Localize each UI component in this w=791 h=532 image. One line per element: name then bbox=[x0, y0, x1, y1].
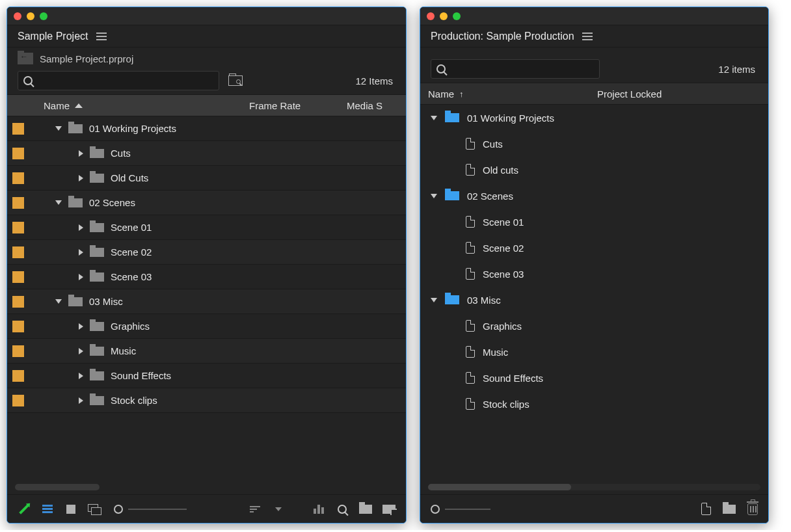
label-swatch[interactable] bbox=[7, 222, 29, 233]
zoom-slider[interactable] bbox=[114, 505, 187, 514]
chevron-down-icon[interactable] bbox=[431, 194, 437, 198]
find-in-bin-button[interactable] bbox=[228, 75, 243, 86]
list-row[interactable]: 03 Misc bbox=[7, 289, 406, 314]
production-item-list[interactable]: 01 Working ProjectsCutsOld cuts02 Scenes… bbox=[420, 105, 768, 494]
list-row[interactable]: Scene 01 bbox=[420, 209, 768, 235]
column-name[interactable]: Name ↑ bbox=[428, 88, 597, 100]
list-row[interactable]: Music bbox=[420, 339, 768, 365]
search-input-wrapper[interactable] bbox=[18, 71, 219, 90]
list-row[interactable]: Scene 02 bbox=[420, 235, 768, 261]
icon-view-button[interactable] bbox=[64, 504, 77, 514]
row-label: Scene 03 bbox=[483, 269, 524, 280]
project-bin-icon[interactable] bbox=[18, 53, 33, 64]
window-minimize-button[interactable] bbox=[27, 12, 34, 20]
window-maximize-button[interactable] bbox=[40, 12, 47, 20]
write-toggle-button[interactable] bbox=[18, 504, 31, 514]
sort-button[interactable] bbox=[248, 504, 261, 514]
panel-menu-icon[interactable] bbox=[96, 33, 107, 40]
list-row[interactable]: 03 Misc bbox=[420, 287, 768, 313]
chevron-right-icon[interactable] bbox=[79, 150, 83, 157]
row-label: Scene 01 bbox=[483, 217, 524, 228]
list-row[interactable]: Scene 03 bbox=[7, 265, 406, 289]
label-swatch[interactable] bbox=[7, 148, 29, 159]
list-row[interactable]: Old cuts bbox=[420, 157, 768, 183]
label-swatch[interactable] bbox=[7, 246, 29, 258]
list-row[interactable]: 01 Working Projects bbox=[7, 116, 406, 141]
find-button[interactable] bbox=[336, 504, 349, 514]
panel-footer bbox=[420, 494, 768, 523]
panel-menu-icon[interactable] bbox=[582, 33, 593, 40]
column-media-start[interactable]: Media S bbox=[347, 100, 406, 111]
chevron-down-icon[interactable] bbox=[431, 116, 437, 120]
list-row[interactable]: Scene 01 bbox=[7, 215, 406, 240]
list-row[interactable]: Stock clips bbox=[7, 388, 406, 413]
list-row[interactable]: 02 Scenes bbox=[420, 183, 768, 209]
label-swatch[interactable] bbox=[7, 395, 29, 406]
row-label: Cuts bbox=[111, 148, 131, 159]
window-maximize-button[interactable] bbox=[453, 12, 461, 20]
label-swatch[interactable] bbox=[7, 271, 29, 283]
label-swatch[interactable] bbox=[7, 172, 29, 184]
chevron-down-icon[interactable] bbox=[55, 200, 62, 205]
freeform-view-button[interactable] bbox=[88, 504, 101, 514]
project-item-list[interactable]: 01 Working ProjectsCutsOld Cuts02 Scenes… bbox=[7, 116, 406, 494]
list-row[interactable]: Scene 02 bbox=[7, 240, 406, 265]
horizontal-scrollbar[interactable] bbox=[428, 484, 760, 490]
search-input-wrapper[interactable] bbox=[431, 59, 600, 79]
new-item-button[interactable] bbox=[382, 504, 395, 514]
label-swatch[interactable] bbox=[7, 197, 29, 209]
label-swatch[interactable] bbox=[7, 345, 29, 357]
list-view-button[interactable] bbox=[41, 504, 54, 514]
label-swatch[interactable] bbox=[7, 123, 29, 135]
column-frame-rate[interactable]: Frame Rate bbox=[249, 100, 347, 111]
chevron-right-icon[interactable] bbox=[79, 274, 83, 280]
chevron-right-icon[interactable] bbox=[79, 397, 83, 404]
list-row[interactable]: Cuts bbox=[420, 131, 768, 157]
chevron-right-icon[interactable] bbox=[79, 373, 83, 379]
automate-to-sequence-button[interactable] bbox=[312, 504, 325, 514]
search-input[interactable] bbox=[36, 75, 213, 86]
trash-button[interactable] bbox=[747, 503, 758, 515]
list-row[interactable]: Sound Effects bbox=[420, 365, 768, 391]
panel-tab[interactable]: Sample Project bbox=[7, 25, 406, 47]
label-swatch[interactable] bbox=[7, 370, 29, 382]
chevron-right-icon[interactable] bbox=[79, 348, 83, 354]
row-label: Scene 01 bbox=[111, 222, 152, 233]
list-row[interactable]: Cuts bbox=[7, 141, 406, 166]
chevron-down-icon[interactable] bbox=[55, 299, 62, 304]
list-row[interactable]: Scene 03 bbox=[420, 261, 768, 287]
chevron-right-icon[interactable] bbox=[79, 249, 83, 256]
new-folder-button[interactable] bbox=[723, 505, 736, 514]
project-filename: Sample Project.prproj bbox=[40, 53, 133, 64]
new-bin-button[interactable] bbox=[359, 504, 372, 514]
new-project-button[interactable] bbox=[701, 503, 711, 515]
list-row[interactable]: 02 Scenes bbox=[7, 191, 406, 215]
column-name[interactable]: Name bbox=[41, 100, 249, 111]
label-swatch[interactable] bbox=[7, 296, 29, 308]
chevron-down-icon[interactable] bbox=[55, 126, 62, 131]
chevron-down-icon[interactable] bbox=[431, 298, 437, 302]
window-close-button[interactable] bbox=[14, 12, 21, 20]
row-label: Graphics bbox=[483, 321, 522, 332]
horizontal-scrollbar[interactable] bbox=[15, 484, 100, 490]
list-row[interactable]: Music bbox=[7, 339, 406, 364]
list-row[interactable]: Stock clips bbox=[420, 391, 768, 417]
chevron-right-icon[interactable] bbox=[79, 323, 83, 330]
list-row[interactable]: Graphics bbox=[7, 314, 406, 339]
sort-dropdown[interactable] bbox=[272, 504, 285, 514]
list-row[interactable]: Sound Effects bbox=[7, 364, 406, 388]
list-row[interactable]: Old Cuts bbox=[7, 166, 406, 191]
panel-tab[interactable]: Production: Sample Production bbox=[420, 25, 768, 47]
window-close-button[interactable] bbox=[427, 12, 435, 20]
zoom-slider[interactable] bbox=[431, 505, 490, 514]
label-swatch[interactable] bbox=[7, 321, 29, 332]
folder-icon bbox=[90, 174, 104, 183]
list-row[interactable]: Graphics bbox=[420, 313, 768, 339]
window-minimize-button[interactable] bbox=[440, 12, 448, 20]
chevron-right-icon[interactable] bbox=[79, 224, 83, 231]
column-project-locked[interactable]: Project Locked bbox=[597, 88, 768, 100]
search-input[interactable] bbox=[449, 64, 594, 74]
chevron-right-icon[interactable] bbox=[79, 175, 83, 181]
list-row[interactable]: 01 Working Projects bbox=[420, 105, 768, 131]
project-file-icon bbox=[466, 216, 475, 228]
